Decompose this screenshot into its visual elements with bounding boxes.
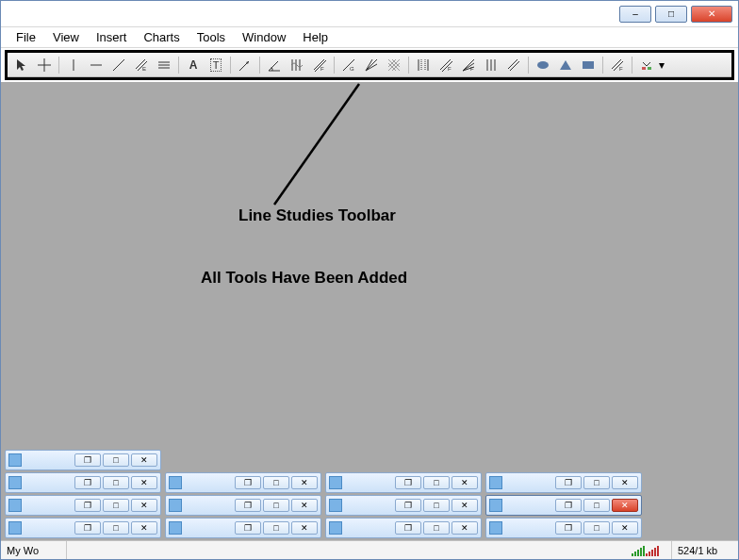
fibo-expansion-icon[interactable] [503, 56, 524, 74]
horizontal-line-icon[interactable] [86, 56, 107, 74]
mini-max-button[interactable]: □ [103, 453, 129, 467]
triangle-icon[interactable] [555, 56, 576, 74]
chart-icon [489, 521, 502, 535]
mini-close-button[interactable]: ✕ [452, 499, 478, 512]
gann-line-icon[interactable]: G [338, 56, 359, 74]
ellipse-icon[interactable] [533, 56, 553, 74]
crosshair-tool-icon[interactable] [34, 56, 55, 74]
mini-max-button[interactable]: □ [103, 476, 129, 489]
mini-restore-button[interactable]: ❐ [74, 499, 101, 512]
mini-restore-button[interactable]: ❐ [235, 499, 261, 512]
equidistant-channel-icon[interactable]: E [131, 56, 152, 74]
mini-max-button[interactable]: □ [263, 499, 289, 512]
minimized-chart-window[interactable]: ❐□✕ [5, 518, 161, 538]
mini-max-button[interactable]: □ [423, 499, 450, 512]
minimized-chart-window[interactable]: ❐□✕ [165, 495, 321, 516]
menu-tools[interactable]: Tools [191, 28, 231, 46]
menu-window[interactable]: Window [237, 28, 291, 46]
cycle-lines-icon[interactable] [287, 56, 307, 74]
minimized-chart-window[interactable]: ❐□✕ [485, 495, 642, 516]
text-label-icon[interactable]: T [205, 56, 226, 74]
mini-window-controls: ❐□✕ [555, 521, 638, 535]
minimized-chart-window[interactable]: ❐□✕ [325, 472, 482, 493]
mini-close-button[interactable]: ✕ [612, 476, 638, 489]
mini-max-button[interactable]: □ [583, 499, 610, 512]
fibo-retracement-icon[interactable] [413, 56, 434, 74]
mini-restore-button[interactable]: ❐ [395, 476, 421, 489]
rectangle-icon[interactable] [578, 56, 599, 74]
trendline-icon[interactable] [108, 56, 129, 74]
minimized-chart-window[interactable]: ❐□✕ [165, 518, 321, 538]
menu-view[interactable]: View [47, 28, 85, 46]
minimized-chart-window[interactable]: ❐□✕ [5, 495, 161, 516]
mini-max-button[interactable]: □ [263, 476, 289, 489]
vertical-line-icon[interactable] [63, 56, 84, 74]
mini-row: ❐□✕❐□✕❐□✕❐□✕ [5, 472, 642, 493]
fibo-timezones-icon[interactable]: F [607, 56, 628, 74]
minimized-chart-window[interactable]: ❐□✕ [5, 450, 161, 470]
fibo-fan-icon[interactable]: F [458, 56, 479, 74]
dropdown-arrow-icon[interactable]: ▾ [659, 58, 663, 72]
shapes-dropdown-icon[interactable] [636, 56, 657, 74]
mini-window-controls: ❐□✕ [395, 499, 478, 512]
mini-max-button[interactable]: □ [263, 521, 289, 535]
close-button[interactable]: ✕ [691, 6, 732, 23]
mini-restore-button[interactable]: ❐ [555, 521, 582, 535]
trend-by-angle-icon[interactable] [264, 56, 285, 74]
minimized-chart-window[interactable]: ❐□✕ [325, 518, 482, 538]
arrows-tool-icon[interactable] [235, 56, 255, 74]
gann-fan-icon[interactable] [361, 56, 382, 74]
channel-icon[interactable] [154, 56, 174, 74]
fibo-arcs-icon[interactable] [481, 56, 501, 74]
minimized-chart-window[interactable]: ❐□✕ [485, 518, 642, 538]
minimized-chart-window[interactable]: ❐□✕ [165, 472, 321, 493]
regression-channel-icon[interactable]: F [309, 56, 330, 74]
mini-restore-button[interactable]: ❐ [235, 521, 261, 535]
menu-insert[interactable]: Insert [90, 28, 133, 46]
toolbar-separator [632, 57, 632, 74]
mini-window-controls: ❐□✕ [555, 476, 638, 489]
mini-restore-button[interactable]: ❐ [395, 499, 421, 512]
mini-restore-button[interactable]: ❐ [555, 476, 582, 489]
menu-help[interactable]: Help [297, 28, 334, 46]
mini-close-button[interactable]: ✕ [131, 453, 157, 467]
mini-close-button[interactable]: ✕ [452, 476, 478, 489]
status-kb: 524/1 kb [672, 541, 738, 559]
mini-restore-button[interactable]: ❐ [74, 476, 101, 489]
mini-close-button[interactable]: ✕ [291, 499, 318, 512]
mini-restore-button[interactable]: ❐ [395, 521, 421, 535]
mini-close-button[interactable]: ✕ [291, 476, 318, 489]
mini-max-button[interactable]: □ [583, 476, 610, 489]
mini-close-button[interactable]: ✕ [291, 521, 318, 535]
mini-max-button[interactable]: □ [103, 499, 129, 512]
mini-restore-button[interactable]: ❐ [74, 521, 101, 535]
mini-max-button[interactable]: □ [583, 521, 610, 535]
mini-close-button[interactable]: ✕ [612, 521, 638, 535]
minimize-button[interactable]: – [619, 6, 651, 23]
gann-grid-icon[interactable] [384, 56, 404, 74]
mini-restore-button[interactable]: ❐ [555, 499, 582, 512]
mini-max-button[interactable]: □ [423, 521, 450, 535]
minimized-chart-window[interactable]: ❐□✕ [485, 472, 642, 493]
minimized-chart-window[interactable]: ❐□✕ [325, 495, 482, 516]
statusbar: My Wo 524/1 kb [1, 540, 738, 559]
maximize-button[interactable]: □ [655, 6, 687, 23]
mini-max-button[interactable]: □ [423, 476, 450, 489]
cursor-tool-icon[interactable] [11, 56, 32, 74]
minimized-chart-window[interactable]: ❐□✕ [5, 472, 161, 493]
mini-close-button[interactable]: ✕ [131, 499, 157, 512]
mini-restore-button[interactable]: ❐ [74, 453, 101, 467]
mini-close-button[interactable]: ✕ [612, 499, 638, 512]
mini-close-button[interactable]: ✕ [131, 521, 157, 535]
text-tool-icon[interactable]: A [183, 56, 204, 74]
mini-restore-button[interactable]: ❐ [235, 476, 261, 489]
menu-file[interactable]: File [10, 28, 41, 46]
titlebar: – □ ✕ [1, 1, 738, 27]
mini-window-controls: ❐□✕ [74, 453, 157, 467]
fibo-channel-icon[interactable]: F [435, 56, 456, 74]
menu-charts[interactable]: Charts [138, 28, 185, 46]
mini-close-button[interactable]: ✕ [452, 521, 478, 535]
mini-close-button[interactable]: ✕ [131, 476, 157, 489]
toolbar-separator [178, 57, 179, 74]
mini-max-button[interactable]: □ [103, 521, 129, 535]
